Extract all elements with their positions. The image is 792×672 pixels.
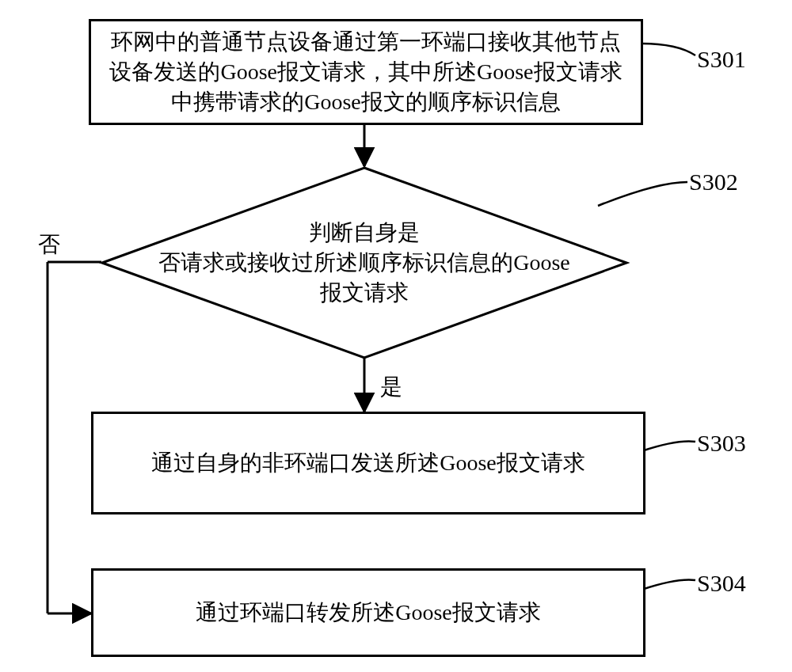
step-label-s302: S302 (689, 170, 738, 194)
step-label-s301: S301 (697, 47, 746, 71)
process-s303: 通过自身的非环端口发送所述Goose报文请求 (91, 412, 645, 514)
decision-s302-shape (99, 165, 630, 361)
step-label-s304: S304 (697, 571, 746, 595)
svg-marker-5 (102, 168, 626, 358)
edge-no-label: 否 (38, 230, 60, 260)
edge-yes-label: 是 (380, 372, 402, 402)
process-s304-text: 通过环端口转发所述Goose报文请求 (196, 598, 541, 628)
process-s301: 环网中的普通节点设备通过第一环端口接收其他节点设备发送的Goose报文请求，其中… (89, 19, 643, 125)
flowchart-canvas: 环网中的普通节点设备通过第一环端口接收其他节点设备发送的Goose报文请求，其中… (0, 0, 792, 672)
process-s303-text: 通过自身的非环端口发送所述Goose报文请求 (151, 448, 585, 478)
process-s304: 通过环端口转发所述Goose报文请求 (91, 568, 645, 657)
process-s301-text: 环网中的普通节点设备通过第一环端口接收其他节点设备发送的Goose报文请求，其中… (102, 27, 630, 116)
step-label-s303: S303 (697, 431, 746, 455)
